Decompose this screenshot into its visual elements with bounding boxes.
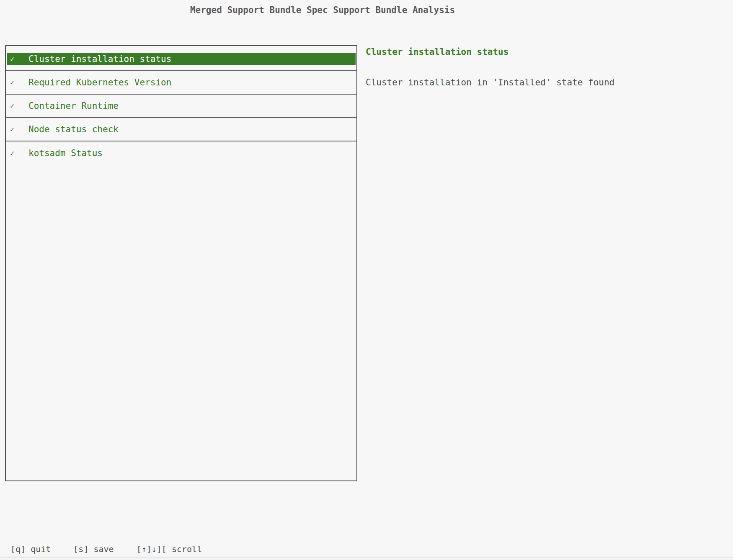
scroll-hint: [↑]↓][ scroll (137, 544, 202, 554)
analyzer-list-item-inner: ✓ Container Runtime (7, 100, 356, 112)
analyzer-list-item[interactable]: ✓ Required Kubernetes Version (6, 71, 356, 95)
terminal-screen: Merged Support Bundle Spec Support Bundl… (0, 0, 733, 560)
analyzer-list-item[interactable]: ✓ Cluster installation status (6, 48, 356, 71)
analyzer-list-item-inner: ✓ kotsadm Status (7, 147, 356, 159)
analyzer-label: Required Kubernetes Version (28, 77, 171, 87)
analyzer-list-item-inner: ✓ Required Kubernetes Version (7, 76, 356, 89)
check-icon: ✓ (10, 55, 20, 63)
window-bottom-edge (0, 557, 733, 560)
analyzer-list-item-inner: ✓ Node status check (7, 123, 356, 136)
analyzer-list-item[interactable]: ✓ kotsadm Status (6, 141, 356, 165)
quit-hint: [q] quit (10, 544, 51, 554)
detail-panel: Cluster installation status Cluster inst… (366, 47, 614, 87)
check-icon: ✓ (10, 125, 20, 134)
keybinding-footer: [q] quit [s] save [↑]↓][ scroll (10, 544, 202, 554)
analyzer-label: Container Runtime (28, 101, 119, 111)
save-hint: [s] save (73, 544, 114, 554)
analyzer-label: Node status check (28, 124, 119, 134)
detail-message: Cluster installation in 'Installed' stat… (366, 77, 614, 87)
app-title: Merged Support Bundle Spec Support Bundl… (0, 5, 645, 15)
analyzer-list[interactable]: ✓ Cluster installation status ✓ Required… (5, 45, 357, 481)
detail-title: Cluster installation status (366, 47, 614, 57)
analyzer-label: Cluster installation status (28, 54, 171, 64)
analyzer-label: kotsadm Status (28, 148, 103, 158)
check-icon: ✓ (10, 78, 20, 87)
analyzer-list-item-inner: ✓ Cluster installation status (7, 53, 356, 65)
check-icon: ✓ (10, 149, 20, 157)
check-icon: ✓ (10, 102, 20, 110)
analyzer-list-item[interactable]: ✓ Node status check (6, 118, 356, 141)
analyzer-list-item[interactable]: ✓ Container Runtime (6, 95, 356, 118)
